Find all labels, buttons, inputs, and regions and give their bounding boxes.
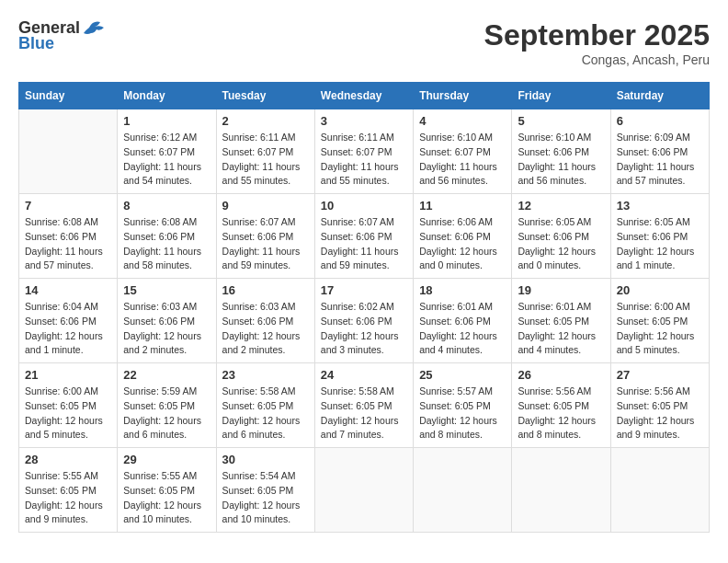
calendar-cell: 20Sunrise: 6:00 AM Sunset: 6:05 PM Dayli… xyxy=(610,279,709,363)
day-info: Sunrise: 6:00 AM Sunset: 6:05 PM Dayligh… xyxy=(617,300,703,358)
day-info: Sunrise: 5:55 AM Sunset: 6:05 PM Dayligh… xyxy=(123,469,210,527)
day-number: 19 xyxy=(518,283,604,297)
calendar-cell: 8Sunrise: 6:08 AM Sunset: 6:06 PM Daylig… xyxy=(118,194,216,279)
calendar-cell: 19Sunrise: 6:01 AM Sunset: 6:05 PM Dayli… xyxy=(512,279,610,363)
calendar-cell: 2Sunrise: 6:11 AM Sunset: 6:07 PM Daylig… xyxy=(216,109,314,194)
calendar-week-row: 21Sunrise: 6:00 AM Sunset: 6:05 PM Dayli… xyxy=(19,363,710,448)
calendar-cell: 23Sunrise: 5:58 AM Sunset: 6:05 PM Dayli… xyxy=(216,363,314,448)
calendar-cell: 26Sunrise: 5:56 AM Sunset: 6:05 PM Dayli… xyxy=(512,363,610,448)
day-number: 6 xyxy=(617,114,703,128)
day-number: 1 xyxy=(123,114,210,128)
day-info: Sunrise: 6:08 AM Sunset: 6:06 PM Dayligh… xyxy=(123,215,210,273)
calendar-header-row: SundayMondayTuesdayWednesdayThursdayFrid… xyxy=(19,83,710,109)
calendar-week-row: 1Sunrise: 6:12 AM Sunset: 6:07 PM Daylig… xyxy=(19,109,710,194)
day-info: Sunrise: 6:04 AM Sunset: 6:06 PM Dayligh… xyxy=(25,300,111,358)
day-number: 22 xyxy=(123,368,210,382)
calendar-cell: 18Sunrise: 6:01 AM Sunset: 6:06 PM Dayli… xyxy=(414,279,512,363)
day-number: 9 xyxy=(222,199,309,213)
day-info: Sunrise: 6:03 AM Sunset: 6:06 PM Dayligh… xyxy=(222,300,309,358)
day-info: Sunrise: 5:58 AM Sunset: 6:05 PM Dayligh… xyxy=(222,385,309,442)
day-number: 4 xyxy=(419,114,506,128)
title-block: September 2025 Congas, Ancash, Peru xyxy=(484,18,710,67)
day-info: Sunrise: 6:03 AM Sunset: 6:06 PM Dayligh… xyxy=(123,300,210,358)
day-number: 25 xyxy=(419,368,506,382)
day-number: 20 xyxy=(617,283,703,297)
day-number: 21 xyxy=(25,368,111,382)
calendar-cell: 17Sunrise: 6:02 AM Sunset: 6:06 PM Dayli… xyxy=(314,279,413,363)
day-number: 11 xyxy=(419,199,506,213)
calendar-cell: 21Sunrise: 6:00 AM Sunset: 6:05 PM Dayli… xyxy=(19,363,118,448)
location-subtitle: Congas, Ancash, Peru xyxy=(484,52,710,67)
day-info: Sunrise: 6:12 AM Sunset: 6:07 PM Dayligh… xyxy=(123,131,210,189)
day-info: Sunrise: 6:07 AM Sunset: 6:06 PM Dayligh… xyxy=(321,215,407,273)
month-title: September 2025 xyxy=(484,18,710,52)
logo-bird-icon xyxy=(82,18,106,39)
calendar-cell: 28Sunrise: 5:55 AM Sunset: 6:05 PM Dayli… xyxy=(19,448,118,533)
day-info: Sunrise: 6:08 AM Sunset: 6:06 PM Dayligh… xyxy=(25,215,111,273)
day-info: Sunrise: 6:06 AM Sunset: 6:06 PM Dayligh… xyxy=(419,215,506,273)
calendar-cell: 9Sunrise: 6:07 AM Sunset: 6:06 PM Daylig… xyxy=(216,194,314,279)
header-wednesday: Wednesday xyxy=(314,83,413,109)
day-info: Sunrise: 5:54 AM Sunset: 6:05 PM Dayligh… xyxy=(222,469,309,527)
day-number: 12 xyxy=(518,199,604,213)
calendar-cell: 11Sunrise: 6:06 AM Sunset: 6:06 PM Dayli… xyxy=(414,194,512,279)
day-info: Sunrise: 6:02 AM Sunset: 6:06 PM Dayligh… xyxy=(321,300,407,358)
logo-text-blue: Blue xyxy=(18,35,54,53)
calendar-cell xyxy=(414,448,512,533)
header-tuesday: Tuesday xyxy=(216,83,314,109)
day-number: 18 xyxy=(419,283,506,297)
day-number: 3 xyxy=(321,114,407,128)
calendar-cell: 25Sunrise: 5:57 AM Sunset: 6:05 PM Dayli… xyxy=(414,363,512,448)
page-header: General Blue September 2025 Congas, Anca… xyxy=(18,18,710,67)
day-number: 23 xyxy=(222,368,309,382)
day-info: Sunrise: 5:56 AM Sunset: 6:05 PM Dayligh… xyxy=(518,385,604,442)
calendar-cell: 12Sunrise: 6:05 AM Sunset: 6:06 PM Dayli… xyxy=(512,194,610,279)
calendar-cell: 6Sunrise: 6:09 AM Sunset: 6:06 PM Daylig… xyxy=(610,109,709,194)
day-number: 27 xyxy=(617,368,703,382)
calendar-cell xyxy=(19,109,118,194)
day-number: 26 xyxy=(518,368,604,382)
day-number: 8 xyxy=(123,199,210,213)
calendar-week-row: 28Sunrise: 5:55 AM Sunset: 6:05 PM Dayli… xyxy=(19,448,710,533)
day-info: Sunrise: 6:01 AM Sunset: 6:06 PM Dayligh… xyxy=(419,300,506,358)
day-number: 7 xyxy=(25,199,111,213)
day-info: Sunrise: 5:59 AM Sunset: 6:05 PM Dayligh… xyxy=(123,385,210,442)
day-number: 16 xyxy=(222,283,309,297)
calendar-table: SundayMondayTuesdayWednesdayThursdayFrid… xyxy=(18,82,710,533)
calendar-cell: 13Sunrise: 6:05 AM Sunset: 6:06 PM Dayli… xyxy=(610,194,709,279)
day-number: 5 xyxy=(518,114,604,128)
header-sunday: Sunday xyxy=(19,83,118,109)
calendar-cell: 30Sunrise: 5:54 AM Sunset: 6:05 PM Dayli… xyxy=(216,448,314,533)
calendar-cell: 1Sunrise: 6:12 AM Sunset: 6:07 PM Daylig… xyxy=(118,109,216,194)
day-info: Sunrise: 5:56 AM Sunset: 6:05 PM Dayligh… xyxy=(617,385,703,442)
day-number: 14 xyxy=(25,283,111,297)
day-info: Sunrise: 6:07 AM Sunset: 6:06 PM Dayligh… xyxy=(222,215,309,273)
header-monday: Monday xyxy=(118,83,216,109)
day-info: Sunrise: 6:05 AM Sunset: 6:06 PM Dayligh… xyxy=(518,215,604,273)
calendar-cell: 15Sunrise: 6:03 AM Sunset: 6:06 PM Dayli… xyxy=(118,279,216,363)
calendar-cell: 5Sunrise: 6:10 AM Sunset: 6:06 PM Daylig… xyxy=(512,109,610,194)
header-friday: Friday xyxy=(512,83,610,109)
calendar-cell: 22Sunrise: 5:59 AM Sunset: 6:05 PM Dayli… xyxy=(118,363,216,448)
calendar-cell xyxy=(314,448,413,533)
day-info: Sunrise: 6:05 AM Sunset: 6:06 PM Dayligh… xyxy=(617,215,703,273)
day-info: Sunrise: 6:10 AM Sunset: 6:07 PM Dayligh… xyxy=(419,131,506,189)
day-number: 15 xyxy=(123,283,210,297)
day-info: Sunrise: 6:01 AM Sunset: 6:05 PM Dayligh… xyxy=(518,300,604,358)
day-number: 2 xyxy=(222,114,309,128)
calendar-cell xyxy=(512,448,610,533)
header-saturday: Saturday xyxy=(610,83,709,109)
calendar-cell: 3Sunrise: 6:11 AM Sunset: 6:07 PM Daylig… xyxy=(314,109,413,194)
day-info: Sunrise: 6:09 AM Sunset: 6:06 PM Dayligh… xyxy=(617,131,703,189)
calendar-cell: 7Sunrise: 6:08 AM Sunset: 6:06 PM Daylig… xyxy=(19,194,118,279)
calendar-week-row: 14Sunrise: 6:04 AM Sunset: 6:06 PM Dayli… xyxy=(19,279,710,363)
day-number: 17 xyxy=(321,283,407,297)
day-number: 10 xyxy=(321,199,407,213)
calendar-week-row: 7Sunrise: 6:08 AM Sunset: 6:06 PM Daylig… xyxy=(19,194,710,279)
calendar-cell: 29Sunrise: 5:55 AM Sunset: 6:05 PM Dayli… xyxy=(118,448,216,533)
day-number: 13 xyxy=(617,199,703,213)
calendar-cell: 24Sunrise: 5:58 AM Sunset: 6:05 PM Dayli… xyxy=(314,363,413,448)
day-info: Sunrise: 6:11 AM Sunset: 6:07 PM Dayligh… xyxy=(222,131,309,189)
header-thursday: Thursday xyxy=(414,83,512,109)
day-number: 30 xyxy=(222,453,309,466)
